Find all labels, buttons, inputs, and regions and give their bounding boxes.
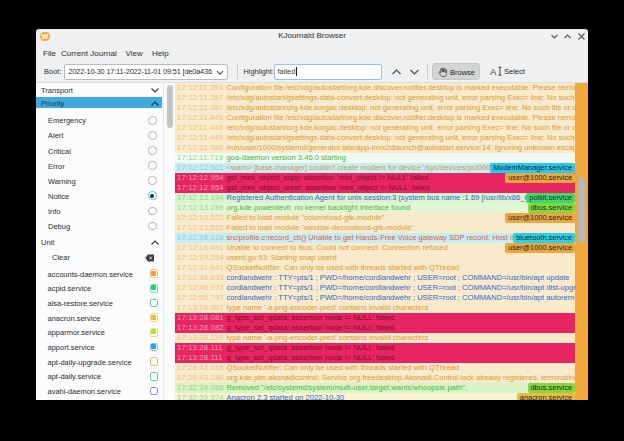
svg-text:A: A — [490, 66, 497, 77]
